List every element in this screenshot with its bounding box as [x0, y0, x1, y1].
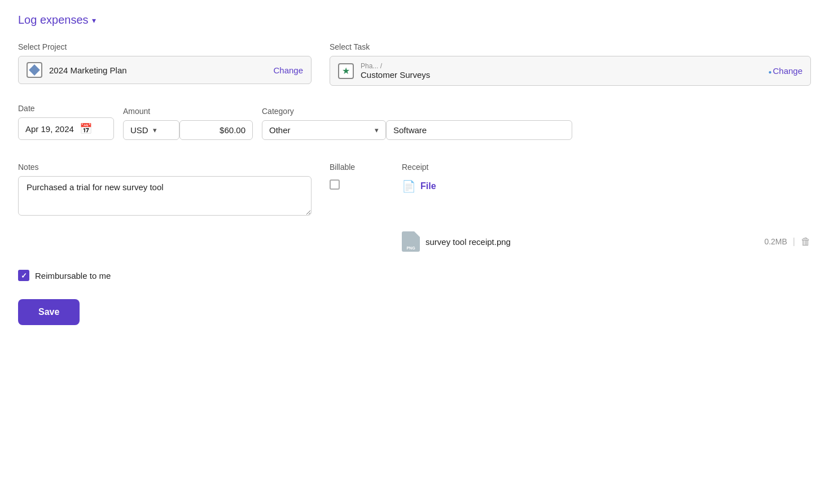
change-task-button[interactable]: Change [768, 66, 802, 76]
notes-textarea[interactable] [18, 176, 312, 216]
task-info: Pha... / Customer Surveys [361, 62, 761, 80]
task-path: Pha... / [361, 62, 761, 70]
receipt-label: Receipt [402, 163, 811, 172]
category-label: Category [262, 107, 572, 116]
bottom-section: Notes Billable Receipt 📄 File PNG survey… [18, 163, 811, 252]
category-value: Other [269, 125, 370, 135]
billable-checkbox-wrapper [330, 179, 402, 190]
project-field: Select Project 2024 Marketing Plan Chang… [18, 42, 312, 86]
page-title[interactable]: Log expenses [18, 14, 89, 27]
project-box: 2024 Marketing Plan Change [18, 56, 312, 84]
notes-field: Notes [18, 163, 312, 252]
date-field: Date Apr 19, 2024 📅 [18, 104, 114, 140]
header: Log expenses ▾ [18, 14, 811, 27]
divider: | [793, 236, 795, 247]
png-file-icon: PNG [402, 231, 420, 252]
notes-label: Notes [18, 163, 312, 172]
project-icon [27, 62, 42, 78]
delete-receipt-icon[interactable]: 🗑 [801, 236, 811, 248]
chevron-down-icon: ▾ [153, 126, 157, 134]
receipt-file-row: PNG survey tool receipt.png 0.2MB | 🗑 [402, 231, 811, 252]
checkmark-icon: ✓ [21, 271, 27, 280]
billable-field: Billable [312, 163, 402, 252]
subcategory-input[interactable]: Software [386, 120, 572, 140]
reimbursable-row: ✓ Reimbursable to me [18, 270, 811, 281]
amount-label: Amount [123, 107, 253, 116]
date-input-box[interactable]: Apr 19, 2024 📅 [18, 117, 114, 140]
billable-label: Billable [330, 163, 402, 172]
save-button[interactable]: Save [18, 299, 80, 325]
project-name: 2024 Marketing Plan [49, 65, 266, 75]
calendar-icon[interactable]: 📅 [80, 122, 92, 135]
file-icon: 📄 [402, 179, 416, 193]
chevron-down-icon: ▾ [375, 126, 379, 134]
amount-input[interactable]: $60.00 [179, 120, 253, 140]
currency-select[interactable]: USD ▾ [123, 120, 179, 140]
receipt-field: Receipt 📄 File PNG survey tool receipt.p… [402, 163, 811, 252]
star-icon: ★ [342, 65, 350, 76]
billable-checkbox[interactable] [330, 179, 340, 190]
change-project-button[interactable]: Change [273, 65, 303, 75]
category-field: Category Other ▾ Software [262, 107, 572, 140]
amount-value: $60.00 [220, 125, 245, 135]
date-value: Apr 19, 2024 [25, 124, 74, 134]
task-icon: ★ [338, 63, 354, 79]
reimbursable-checkbox[interactable]: ✓ [18, 270, 29, 281]
chevron-down-icon: ▾ [92, 16, 96, 25]
receipt-size: 0.2MB [764, 237, 787, 246]
reimbursable-label: Reimbursable to me [35, 271, 111, 281]
fields-row: Date Apr 19, 2024 📅 Amount USD ▾ $60.00 … [18, 104, 811, 140]
receipt-filename: survey tool receipt.png [426, 237, 758, 247]
project-task-row: Select Project 2024 Marketing Plan Chang… [18, 42, 811, 86]
file-upload-button[interactable]: 📄 File [402, 179, 811, 193]
task-name: Customer Surveys [361, 70, 761, 80]
category-select[interactable]: Other ▾ [262, 120, 386, 140]
date-label: Date [18, 104, 114, 113]
amount-field: Amount USD ▾ $60.00 [123, 107, 253, 140]
task-field: Select Task ★ Pha... / Customer Surveys … [330, 42, 811, 86]
file-button-label: File [420, 181, 436, 191]
task-label: Select Task [330, 42, 811, 51]
diamond-icon [29, 64, 40, 76]
task-box: ★ Pha... / Customer Surveys Change [330, 56, 811, 86]
project-label: Select Project [18, 42, 312, 51]
subcategory-value: Software [393, 125, 427, 135]
currency-value: USD [130, 125, 148, 135]
